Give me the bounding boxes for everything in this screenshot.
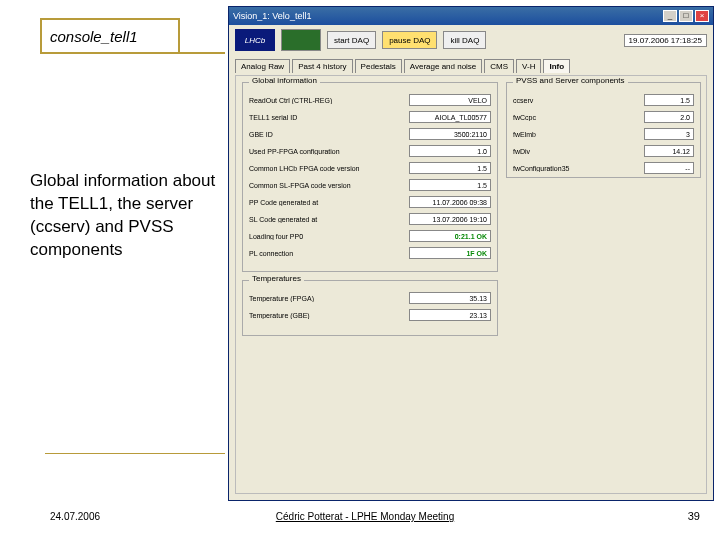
bottom-line bbox=[45, 453, 225, 454]
pvss-window: Vision_1: Velo_tell1 _ □ × LHCb start DA… bbox=[228, 6, 714, 501]
val-load-pp0: 0:21.1 OK bbox=[409, 230, 491, 242]
val-temp-fpga: 35.13 bbox=[409, 292, 491, 304]
lbl-slfpga: Common SL-FPGA code version bbox=[249, 182, 409, 189]
lbl-fwconfig: fwConfiguration35 bbox=[513, 165, 644, 172]
val-serial: AIOLA_TL00577 bbox=[409, 111, 491, 123]
footer-center: Cédric Potterat - LPHE Monday Meeting bbox=[265, 511, 465, 522]
group-global-info: Global information ReadOut Ctrl (CTRL-RE… bbox=[242, 82, 498, 272]
group-title: PVSS and Server components bbox=[513, 76, 628, 85]
footer-date: 24.07.2006 bbox=[50, 511, 100, 522]
val-temp-gbe: 23.13 bbox=[409, 309, 491, 321]
lbl-ccserv: ccserv bbox=[513, 97, 644, 104]
lbl-ppcode: PP Code generated at bbox=[249, 199, 409, 206]
tab-cms[interactable]: CMS bbox=[484, 59, 514, 73]
tabstrip: Analog Raw Past 4 history Pedestals Aver… bbox=[229, 59, 713, 73]
tab-analog-raw[interactable]: Analog Raw bbox=[235, 59, 290, 73]
lbl-plconn: PL connection bbox=[249, 250, 409, 257]
tab-avg-noise[interactable]: Average and noise bbox=[404, 59, 483, 73]
val-fwdiv: 14.12 bbox=[644, 145, 694, 157]
lbl-temp-fpga: Temperature (FPGA) bbox=[249, 295, 409, 302]
lbl-lhcb-fpga: Common LHCb FPGA code version bbox=[249, 165, 409, 172]
lbl-readout: ReadOut Ctrl (CTRL-REG) bbox=[249, 97, 409, 104]
pause-daq-button[interactable]: pause DAQ bbox=[382, 31, 437, 49]
timestamp: 19.07.2006 17:18:25 bbox=[624, 34, 707, 47]
window-title: Vision_1: Velo_tell1 bbox=[233, 11, 311, 21]
lbl-fwelmb: fwElmb bbox=[513, 131, 644, 138]
group-pvss: PVSS and Server components ccserv1.5 fwC… bbox=[506, 82, 701, 178]
val-ccserv: 1.5 bbox=[644, 94, 694, 106]
title-underline bbox=[40, 52, 225, 54]
val-slcode: 13.07.2006 19:10 bbox=[409, 213, 491, 225]
lbl-gbe: GBE ID bbox=[249, 131, 409, 138]
val-fwconfig: -- bbox=[644, 162, 694, 174]
close-icon[interactable]: × bbox=[695, 10, 709, 22]
maximize-icon[interactable]: □ bbox=[679, 10, 693, 22]
group-temperatures: Temperatures Temperature (FPGA)35.13 Tem… bbox=[242, 280, 498, 336]
minimize-icon[interactable]: _ bbox=[663, 10, 677, 22]
val-fwelmb: 3 bbox=[644, 128, 694, 140]
start-daq-button[interactable]: start DAQ bbox=[327, 31, 376, 49]
slide-body: Global information about the TELL1, the … bbox=[30, 170, 220, 262]
lhcb-logo: LHCb bbox=[235, 29, 275, 51]
tab-vh[interactable]: V-H bbox=[516, 59, 541, 73]
toolbar: LHCb start DAQ pause DAQ kill DAQ 19.07.… bbox=[229, 25, 713, 55]
val-ppcode: 11.07.2006 09:38 bbox=[409, 196, 491, 208]
lbl-load-pp0: Loading four PP0 bbox=[249, 233, 409, 240]
window-titlebar[interactable]: Vision_1: Velo_tell1 _ □ × bbox=[229, 7, 713, 25]
val-gbe: 3500:2110 bbox=[409, 128, 491, 140]
val-plconn: 1F OK bbox=[409, 247, 491, 259]
group-title: Temperatures bbox=[249, 274, 304, 283]
val-slfpga: 1.5 bbox=[409, 179, 491, 191]
kill-daq-button[interactable]: kill DAQ bbox=[443, 31, 486, 49]
lbl-fwccpc: fwCcpc bbox=[513, 114, 644, 121]
val-readout: VELO bbox=[409, 94, 491, 106]
val-ppfpga: 1.0 bbox=[409, 145, 491, 157]
group-title: Global information bbox=[249, 76, 320, 85]
lbl-ppfpga: Used PP-FPGA configuration bbox=[249, 148, 409, 155]
tab-history[interactable]: Past 4 history bbox=[292, 59, 352, 73]
val-lhcb-fpga: 1.5 bbox=[409, 162, 491, 174]
lbl-serial: TELL1 serial ID bbox=[249, 114, 409, 121]
lbl-fwdiv: fwDiv bbox=[513, 148, 644, 155]
tab-pedestals[interactable]: Pedestals bbox=[355, 59, 402, 73]
board-photo-icon bbox=[281, 29, 321, 51]
val-fwccpc: 2.0 bbox=[644, 111, 694, 123]
page-number: 39 bbox=[688, 510, 700, 522]
info-panel: Global information ReadOut Ctrl (CTRL-RE… bbox=[235, 75, 707, 494]
lbl-temp-gbe: Temperature (GBE) bbox=[249, 312, 409, 319]
tab-info[interactable]: Info bbox=[543, 59, 570, 73]
lbl-slcode: SL Code generated at bbox=[249, 216, 409, 223]
slide-title: console_tell1 bbox=[40, 18, 180, 52]
